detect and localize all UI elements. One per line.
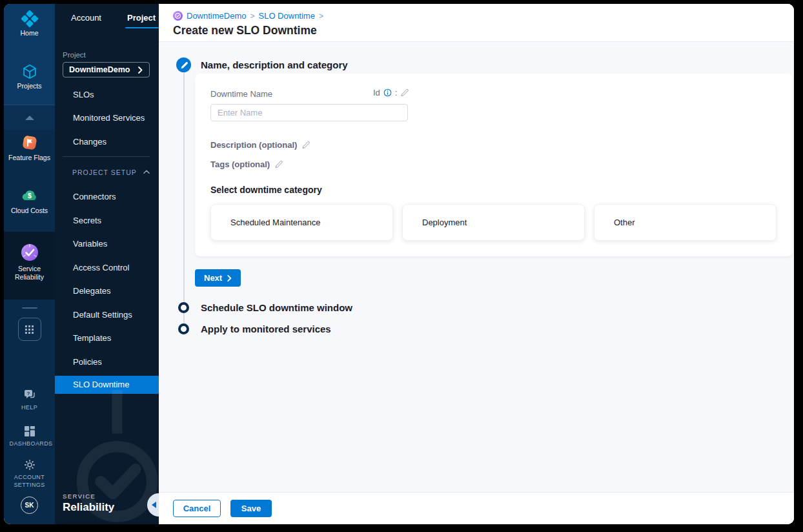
projects-cube-icon	[21, 63, 38, 80]
sidebar-item-slo-downtime[interactable]: SLO Downtime	[55, 376, 159, 394]
project-setup-list: Connectors Secrets Variables Access Cont…	[55, 185, 159, 394]
step2-ring-icon	[178, 302, 189, 313]
tab-project[interactable]: Project	[127, 13, 156, 23]
edit-id-pencil-icon[interactable]	[400, 88, 409, 97]
sidebar-item-default-settings[interactable]: Default Settings	[55, 303, 159, 327]
category-cards: Scheduled Maintenance Deployment Other	[207, 204, 789, 241]
tags-toggle[interactable]: Tags (optional)	[210, 159, 793, 169]
id-field-group: Id :	[373, 88, 409, 97]
next-button[interactable]: Next	[195, 269, 241, 287]
sidebar-item-monitored-services[interactable]: Monitored Services	[55, 107, 159, 130]
main-area: DowntimeDemo > SLO Downtime > Create new…	[159, 4, 794, 524]
nav-feature-flags[interactable]: Feature Flags	[4, 130, 55, 167]
category-card-scheduled-maintenance[interactable]: Scheduled Maintenance	[210, 204, 393, 241]
nav-account-settings-label: ACCOUNT SETTINGS	[10, 473, 50, 489]
wizard-content: Name, description and category Downtime …	[159, 42, 794, 492]
nav-cloud-costs[interactable]: $ Cloud Costs	[4, 183, 55, 220]
step3-ring-icon	[178, 323, 189, 334]
action-footer: Cancel Save	[159, 492, 794, 524]
step1-form-panel: Downtime Name Id : Descripti	[195, 74, 793, 256]
info-icon[interactable]	[383, 88, 392, 97]
dashboards-icon	[24, 425, 36, 437]
feature-flags-icon	[21, 134, 39, 152]
pencil-icon	[180, 61, 188, 69]
edit-tags-pencil-icon	[274, 160, 283, 169]
nav-projects[interactable]: Projects	[4, 63, 55, 90]
module-footer: SERVICE Reliability	[63, 493, 114, 514]
chevron-right-icon	[137, 66, 143, 74]
page-header: DowntimeDemo > SLO Downtime > Create new…	[159, 4, 794, 42]
page-title: Create new SLO Downtime	[173, 24, 794, 37]
category-card-other[interactable]: Other	[594, 204, 777, 241]
next-button-label: Next	[204, 273, 222, 283]
project-setup-header[interactable]: PROJECT SETUP	[55, 159, 159, 185]
nav-help-label: HELP	[10, 404, 50, 411]
breadcrumb-separator: >	[319, 12, 323, 21]
gear-icon	[24, 459, 36, 471]
stepper-connector-line	[183, 72, 185, 326]
app-window: Home Projects Feature Flags	[4, 4, 794, 524]
sidebar-item-slos[interactable]: SLOs	[55, 83, 159, 107]
sidebar-item-delegates[interactable]: Delegates	[55, 280, 159, 303]
cancel-button[interactable]: Cancel	[173, 500, 221, 517]
downtime-name-input[interactable]	[210, 104, 408, 121]
scope-tabs: Account Project	[55, 4, 159, 23]
chevron-left-icon	[152, 502, 156, 508]
rail-section-divider	[4, 300, 55, 316]
category-card-deployment[interactable]: Deployment	[402, 204, 585, 241]
avatar-initials: SK	[25, 502, 34, 509]
edit-description-pencil-icon	[301, 141, 310, 149]
description-label: Description (optional)	[210, 140, 297, 150]
nav-cloud-costs-label: Cloud Costs	[11, 207, 48, 215]
nav-dashboards-label: DASHBOARDS	[10, 440, 50, 447]
drag-handle-icon	[22, 307, 37, 309]
nav-service-reliability[interactable]: Service Reliability	[4, 232, 55, 300]
project-sidebar: Account Project Project DowntimeDemo SLO…	[55, 4, 159, 524]
sidebar-item-connectors[interactable]: Connectors	[55, 185, 159, 209]
rail-scroll-up[interactable]	[4, 105, 55, 130]
step1-header[interactable]: Name, description and category	[176, 57, 348, 72]
nav-home[interactable]: Home	[4, 10, 55, 37]
module-selector-button[interactable]	[18, 318, 41, 341]
cloud-costs-icon: $	[21, 187, 39, 205]
grid-icon	[25, 325, 34, 334]
tab-account[interactable]: Account	[71, 13, 101, 23]
sidebar-item-access-control[interactable]: Access Control	[55, 256, 159, 280]
sidebar-item-policies[interactable]: Policies	[55, 350, 159, 374]
srm-breadcrumb-icon	[173, 11, 183, 21]
step2-header[interactable]: Schedule SLO downtime window	[176, 302, 352, 313]
save-button[interactable]: Save	[230, 500, 272, 517]
nav-projects-label: Projects	[17, 82, 42, 90]
sidebar-item-variables[interactable]: Variables	[55, 232, 159, 256]
sidebar-divider	[63, 156, 150, 157]
description-toggle[interactable]: Description (optional)	[210, 140, 793, 150]
step3-title: Apply to monitored services	[201, 323, 331, 334]
nav-feature-flags-label: Feature Flags	[8, 154, 50, 162]
project-selector[interactable]: DowntimeDemo	[63, 62, 150, 77]
svg-text:?: ?	[26, 391, 30, 396]
id-colon: :	[395, 88, 398, 97]
nav-dashboards[interactable]: DASHBOARDS	[4, 425, 55, 447]
sidebar-item-secrets[interactable]: Secrets	[55, 209, 159, 232]
rail-top-section: Home Projects	[4, 4, 55, 105]
tags-label: Tags (optional)	[210, 159, 270, 169]
sidebar-collapse-button[interactable]	[147, 493, 159, 517]
breadcrumb-separator: >	[250, 12, 254, 21]
sidebar-item-changes[interactable]: Changes	[55, 130, 159, 154]
module-rail: Home Projects Feature Flags	[4, 4, 55, 524]
breadcrumb-project-link[interactable]: DowntimeDemo	[187, 11, 246, 21]
slo-nav-list: SLOs Monitored Services Changes	[55, 83, 159, 154]
module-footer-big: Reliability	[63, 501, 114, 514]
project-setup-label: PROJECT SETUP	[72, 169, 143, 176]
breadcrumb-section-link[interactable]: SLO Downtime	[259, 11, 315, 21]
nav-help[interactable]: ? HELP	[4, 388, 55, 411]
nav-account-settings[interactable]: ACCOUNT SETTINGS	[4, 459, 55, 489]
nav-home-label: Home	[20, 29, 38, 37]
project-field-label: Project	[63, 51, 159, 59]
step3-header[interactable]: Apply to monitored services	[176, 323, 331, 334]
sidebar-item-templates[interactable]: Templates	[55, 327, 159, 351]
downtime-name-label: Downtime Name	[210, 89, 272, 99]
user-avatar[interactable]: SK	[21, 496, 38, 514]
chevron-up-icon	[143, 170, 150, 174]
svg-text:$: $	[28, 192, 32, 200]
